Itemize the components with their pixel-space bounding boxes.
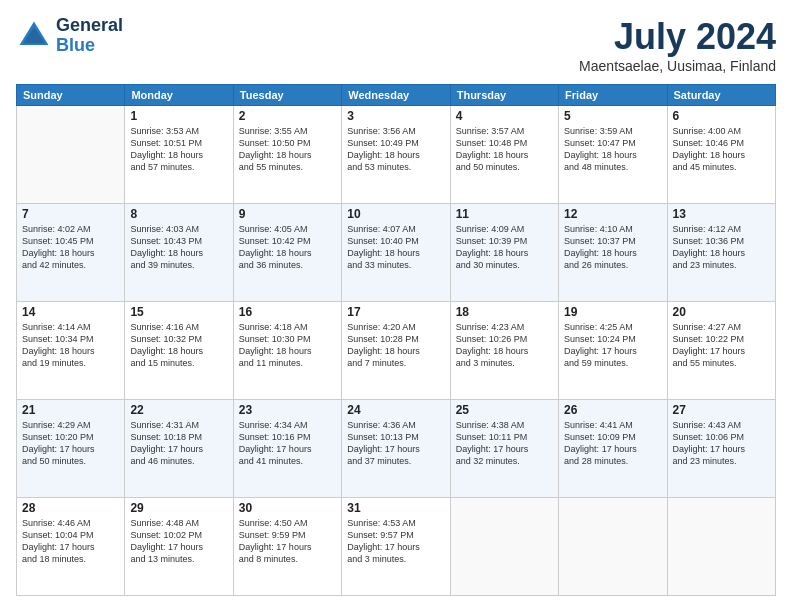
day-number: 3 [347, 109, 444, 123]
day-number: 26 [564, 403, 661, 417]
cell-info: Sunrise: 4:09 AM Sunset: 10:39 PM Daylig… [456, 223, 553, 272]
cell-info: Sunrise: 3:53 AM Sunset: 10:51 PM Daylig… [130, 125, 227, 174]
day-header-saturday: Saturday [667, 85, 775, 106]
day-number: 10 [347, 207, 444, 221]
cell-info: Sunrise: 4:10 AM Sunset: 10:37 PM Daylig… [564, 223, 661, 272]
day-number: 29 [130, 501, 227, 515]
day-number: 19 [564, 305, 661, 319]
calendar-cell: 5Sunrise: 3:59 AM Sunset: 10:47 PM Dayli… [559, 106, 667, 204]
cell-info: Sunrise: 4:50 AM Sunset: 9:59 PM Dayligh… [239, 517, 336, 566]
cell-info: Sunrise: 4:43 AM Sunset: 10:06 PM Daylig… [673, 419, 770, 468]
calendar-cell: 10Sunrise: 4:07 AM Sunset: 10:40 PM Dayl… [342, 204, 450, 302]
calendar-cell: 7Sunrise: 4:02 AM Sunset: 10:45 PM Dayli… [17, 204, 125, 302]
calendar-cell [450, 498, 558, 596]
cell-info: Sunrise: 3:59 AM Sunset: 10:47 PM Daylig… [564, 125, 661, 174]
day-number: 30 [239, 501, 336, 515]
cell-info: Sunrise: 4:07 AM Sunset: 10:40 PM Daylig… [347, 223, 444, 272]
cell-info: Sunrise: 4:25 AM Sunset: 10:24 PM Daylig… [564, 321, 661, 370]
day-header-tuesday: Tuesday [233, 85, 341, 106]
logo-blue: Blue [56, 35, 95, 55]
calendar-cell: 30Sunrise: 4:50 AM Sunset: 9:59 PM Dayli… [233, 498, 341, 596]
day-number: 2 [239, 109, 336, 123]
logo-text: General Blue [56, 16, 123, 56]
calendar-cell: 25Sunrise: 4:38 AM Sunset: 10:11 PM Dayl… [450, 400, 558, 498]
calendar-cell: 16Sunrise: 4:18 AM Sunset: 10:30 PM Dayl… [233, 302, 341, 400]
cell-info: Sunrise: 4:05 AM Sunset: 10:42 PM Daylig… [239, 223, 336, 272]
day-number: 9 [239, 207, 336, 221]
day-number: 21 [22, 403, 119, 417]
cell-info: Sunrise: 4:14 AM Sunset: 10:34 PM Daylig… [22, 321, 119, 370]
month-title: July 2024 [579, 16, 776, 58]
cell-info: Sunrise: 3:56 AM Sunset: 10:49 PM Daylig… [347, 125, 444, 174]
day-number: 14 [22, 305, 119, 319]
day-number: 8 [130, 207, 227, 221]
calendar-cell: 23Sunrise: 4:34 AM Sunset: 10:16 PM Dayl… [233, 400, 341, 498]
calendar-cell: 17Sunrise: 4:20 AM Sunset: 10:28 PM Dayl… [342, 302, 450, 400]
day-number: 16 [239, 305, 336, 319]
calendar-cell: 13Sunrise: 4:12 AM Sunset: 10:36 PM Dayl… [667, 204, 775, 302]
cell-info: Sunrise: 4:12 AM Sunset: 10:36 PM Daylig… [673, 223, 770, 272]
cell-info: Sunrise: 4:20 AM Sunset: 10:28 PM Daylig… [347, 321, 444, 370]
calendar-cell: 4Sunrise: 3:57 AM Sunset: 10:48 PM Dayli… [450, 106, 558, 204]
day-number: 5 [564, 109, 661, 123]
cell-info: Sunrise: 4:48 AM Sunset: 10:02 PM Daylig… [130, 517, 227, 566]
logo: General Blue [16, 16, 123, 56]
day-number: 20 [673, 305, 770, 319]
calendar-cell: 20Sunrise: 4:27 AM Sunset: 10:22 PM Dayl… [667, 302, 775, 400]
calendar-week-row: 14Sunrise: 4:14 AM Sunset: 10:34 PM Dayl… [17, 302, 776, 400]
cell-info: Sunrise: 4:02 AM Sunset: 10:45 PM Daylig… [22, 223, 119, 272]
cell-info: Sunrise: 4:23 AM Sunset: 10:26 PM Daylig… [456, 321, 553, 370]
day-number: 12 [564, 207, 661, 221]
cell-info: Sunrise: 4:38 AM Sunset: 10:11 PM Daylig… [456, 419, 553, 468]
day-number: 28 [22, 501, 119, 515]
calendar-cell: 22Sunrise: 4:31 AM Sunset: 10:18 PM Dayl… [125, 400, 233, 498]
calendar-cell: 8Sunrise: 4:03 AM Sunset: 10:43 PM Dayli… [125, 204, 233, 302]
day-number: 17 [347, 305, 444, 319]
calendar-cell: 28Sunrise: 4:46 AM Sunset: 10:04 PM Dayl… [17, 498, 125, 596]
calendar-week-row: 7Sunrise: 4:02 AM Sunset: 10:45 PM Dayli… [17, 204, 776, 302]
calendar-cell: 27Sunrise: 4:43 AM Sunset: 10:06 PM Dayl… [667, 400, 775, 498]
calendar-cell: 24Sunrise: 4:36 AM Sunset: 10:13 PM Dayl… [342, 400, 450, 498]
calendar-cell [17, 106, 125, 204]
calendar-cell: 11Sunrise: 4:09 AM Sunset: 10:39 PM Dayl… [450, 204, 558, 302]
location: Maentsaelae, Uusimaa, Finland [579, 58, 776, 74]
day-number: 15 [130, 305, 227, 319]
cell-info: Sunrise: 4:29 AM Sunset: 10:20 PM Daylig… [22, 419, 119, 468]
day-number: 7 [22, 207, 119, 221]
day-number: 1 [130, 109, 227, 123]
cell-info: Sunrise: 4:00 AM Sunset: 10:46 PM Daylig… [673, 125, 770, 174]
day-number: 25 [456, 403, 553, 417]
calendar-cell: 26Sunrise: 4:41 AM Sunset: 10:09 PM Dayl… [559, 400, 667, 498]
header: General Blue July 2024 Maentsaelae, Uusi… [16, 16, 776, 74]
calendar-cell: 31Sunrise: 4:53 AM Sunset: 9:57 PM Dayli… [342, 498, 450, 596]
calendar-cell: 1Sunrise: 3:53 AM Sunset: 10:51 PM Dayli… [125, 106, 233, 204]
day-number: 6 [673, 109, 770, 123]
calendar-cell [559, 498, 667, 596]
calendar-cell: 18Sunrise: 4:23 AM Sunset: 10:26 PM Dayl… [450, 302, 558, 400]
day-header-wednesday: Wednesday [342, 85, 450, 106]
title-block: July 2024 Maentsaelae, Uusimaa, Finland [579, 16, 776, 74]
calendar-table: SundayMondayTuesdayWednesdayThursdayFrid… [16, 84, 776, 596]
day-header-sunday: Sunday [17, 85, 125, 106]
cell-info: Sunrise: 4:18 AM Sunset: 10:30 PM Daylig… [239, 321, 336, 370]
calendar-cell: 3Sunrise: 3:56 AM Sunset: 10:49 PM Dayli… [342, 106, 450, 204]
cell-info: Sunrise: 4:34 AM Sunset: 10:16 PM Daylig… [239, 419, 336, 468]
logo-general: General [56, 15, 123, 35]
day-header-friday: Friday [559, 85, 667, 106]
day-number: 4 [456, 109, 553, 123]
calendar-cell: 19Sunrise: 4:25 AM Sunset: 10:24 PM Dayl… [559, 302, 667, 400]
calendar-cell: 15Sunrise: 4:16 AM Sunset: 10:32 PM Dayl… [125, 302, 233, 400]
calendar-cell: 29Sunrise: 4:48 AM Sunset: 10:02 PM Dayl… [125, 498, 233, 596]
day-number: 24 [347, 403, 444, 417]
cell-info: Sunrise: 4:27 AM Sunset: 10:22 PM Daylig… [673, 321, 770, 370]
day-header-monday: Monday [125, 85, 233, 106]
calendar-week-row: 1Sunrise: 3:53 AM Sunset: 10:51 PM Dayli… [17, 106, 776, 204]
calendar-cell: 9Sunrise: 4:05 AM Sunset: 10:42 PM Dayli… [233, 204, 341, 302]
day-number: 11 [456, 207, 553, 221]
calendar-cell: 14Sunrise: 4:14 AM Sunset: 10:34 PM Dayl… [17, 302, 125, 400]
day-number: 18 [456, 305, 553, 319]
cell-info: Sunrise: 3:55 AM Sunset: 10:50 PM Daylig… [239, 125, 336, 174]
cell-info: Sunrise: 4:36 AM Sunset: 10:13 PM Daylig… [347, 419, 444, 468]
day-header-thursday: Thursday [450, 85, 558, 106]
cell-info: Sunrise: 4:41 AM Sunset: 10:09 PM Daylig… [564, 419, 661, 468]
